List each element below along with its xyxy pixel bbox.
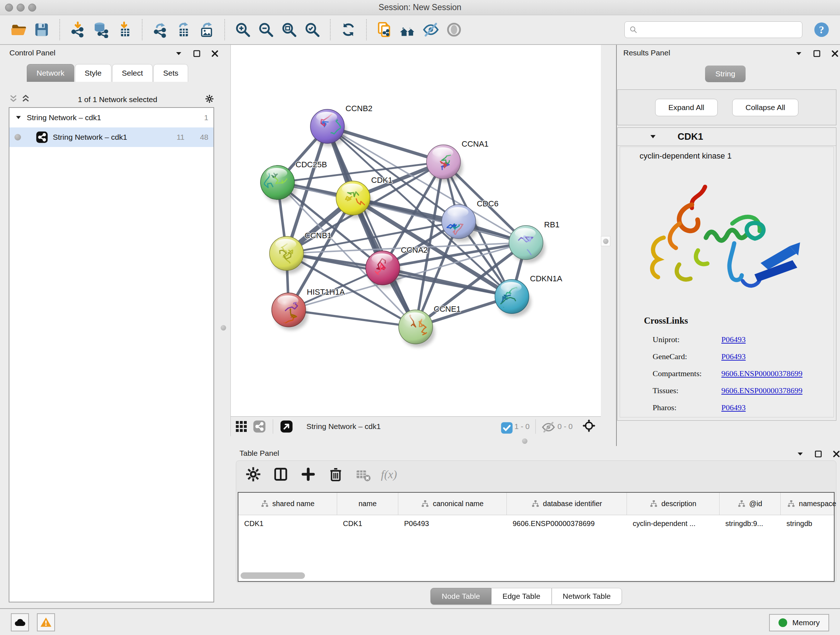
column-header-canonical-name[interactable]: canonical name: [398, 493, 507, 515]
section-title: CDK1: [677, 131, 703, 142]
tab-style[interactable]: Style: [75, 64, 111, 82]
crosslink-link[interactable]: 9606.ENSP00000378699: [722, 386, 802, 395]
fit-selected-crosshair-icon[interactable]: [582, 419, 597, 434]
gear-icon[interactable]: [205, 94, 214, 105]
eye-icon[interactable]: [445, 21, 463, 39]
table-options-icon[interactable]: [245, 466, 262, 483]
column-header--id[interactable]: @id: [720, 493, 781, 515]
network-node-RB1[interactable]: RB1: [509, 220, 560, 263]
control-panel-title: Control Panel: [9, 49, 55, 57]
horizontal-splitter-handle[interactable]: [522, 439, 527, 444]
node-label: HIST1H1A: [307, 287, 345, 296]
import-table-button[interactable]: [115, 21, 133, 39]
help-button[interactable]: ?: [813, 21, 831, 39]
network-collection-row[interactable]: String Network – cdk1 1: [9, 108, 213, 127]
export-image-button[interactable]: [197, 21, 216, 39]
close-panel-icon[interactable]: [831, 49, 839, 59]
export-table-button[interactable]: [174, 21, 193, 39]
column-header-database-identifier[interactable]: database identifier: [507, 493, 627, 515]
network-collection-label: String Network – cdk1: [27, 113, 101, 122]
zoom-out-button[interactable]: [257, 21, 275, 39]
network-node-CDC6[interactable]: CDC6: [442, 199, 499, 242]
collapse-all-button[interactable]: Collapse All: [732, 99, 799, 116]
panel-menu-icon[interactable]: [174, 49, 183, 59]
network-canvas[interactable]: CCNB2 CCNA1 CDC25B CDK1 CDC6 RB1 CCNB1 C…: [231, 45, 601, 416]
open-session-button[interactable]: [9, 21, 27, 39]
warning-button[interactable]: [37, 613, 55, 631]
network-view[interactable]: CCNB2 CCNA1 CDC25B CDK1 CDC6 RB1 CCNB1 C…: [231, 45, 601, 416]
collapse-all-networks-icon[interactable]: [9, 94, 18, 105]
tab-sets[interactable]: Sets: [153, 64, 188, 82]
panel-menu-icon[interactable]: [796, 450, 805, 460]
search-input[interactable]: [641, 25, 798, 35]
zoom-selected-button[interactable]: [303, 21, 321, 39]
selected-checkbox-icon[interactable]: [500, 421, 511, 432]
add-column-icon[interactable]: [300, 466, 317, 483]
selected-count: 1 - 0: [515, 422, 530, 431]
collection-count: 1: [204, 113, 208, 122]
left-splitter-handle[interactable]: [221, 325, 226, 331]
column-header-name[interactable]: name: [337, 493, 398, 515]
column-header-description[interactable]: description: [627, 493, 720, 515]
import-database-button[interactable]: [92, 21, 110, 39]
home-icon[interactable]: [399, 21, 417, 39]
tab-select[interactable]: Select: [112, 64, 153, 82]
delete-column-icon[interactable]: [327, 466, 344, 483]
vertical-splitter-handle[interactable]: [601, 236, 610, 246]
network-node-CDKN1A[interactable]: CDKN1A: [495, 274, 562, 317]
network-node-CCNA1[interactable]: CCNA1: [426, 139, 489, 182]
column-header-shared-name[interactable]: shared name: [238, 493, 337, 515]
network-node-HIST1H1A[interactable]: HIST1H1A: [272, 287, 345, 330]
delete-table-icon[interactable]: [355, 467, 370, 482]
table-header-row: shared namenamecanonical namedatabase id…: [238, 493, 834, 515]
birdseye-grid-icon[interactable]: [234, 420, 248, 433]
float-panel-icon[interactable]: [814, 450, 823, 460]
tab-network-table[interactable]: Network Table: [552, 588, 622, 605]
crosslink-link[interactable]: P06493: [722, 352, 745, 361]
open-in-new-icon[interactable]: [279, 420, 294, 433]
expand-all-networks-icon[interactable]: [21, 94, 30, 105]
close-panel-icon[interactable]: [210, 49, 219, 59]
table-row[interactable]: CDK1CDK1P064939606.ENSP00000378699cyclin…: [238, 515, 834, 532]
tree-expander-icon[interactable]: [14, 114, 22, 122]
section-expander-icon[interactable]: [649, 133, 657, 141]
network-node-CCNB2[interactable]: CCNB2: [310, 104, 373, 147]
zoom-in-button[interactable]: [234, 21, 252, 39]
eye-slash-icon[interactable]: [422, 21, 440, 39]
node-label: CDK1: [371, 176, 393, 185]
import-network-button[interactable]: [69, 21, 87, 39]
float-panel-icon[interactable]: [813, 49, 821, 59]
panel-menu-icon[interactable]: [794, 49, 803, 59]
tab-node-table[interactable]: Node Table: [431, 588, 491, 605]
apply-layout-button[interactable]: [339, 21, 357, 39]
save-session-button[interactable]: [33, 21, 51, 39]
cdk1-section-header[interactable]: CDK1: [617, 128, 836, 146]
network-edge[interactable]: [289, 310, 416, 327]
svg-text:?: ?: [819, 24, 824, 35]
zoom-fit-button[interactable]: [280, 21, 298, 39]
horizontal-scrollbar[interactable]: [240, 572, 832, 579]
scrollbar-thumb[interactable]: [240, 572, 305, 579]
network-share-icon[interactable]: [253, 420, 266, 433]
crosslink-link[interactable]: P06493: [722, 403, 745, 412]
cloud-button[interactable]: [11, 613, 29, 631]
float-panel-icon[interactable]: [193, 49, 201, 59]
string-tab[interactable]: String: [705, 65, 745, 82]
crosslink-link[interactable]: 9606.ENSP00000378699: [722, 369, 802, 378]
crosslink-row: GeneCard:P06493: [653, 348, 802, 365]
results-panel-controls: [794, 49, 839, 59]
tab-edge-table[interactable]: Edge Table: [491, 588, 552, 605]
function-builder-icon[interactable]: f(x): [381, 468, 397, 481]
export-network-button[interactable]: [151, 21, 169, 39]
show-columns-icon[interactable]: [272, 466, 289, 483]
duplicate-network-button[interactable]: [376, 21, 393, 39]
toolbar-separator: [224, 19, 225, 40]
hidden-eye-icon[interactable]: [542, 420, 554, 432]
memory-button[interactable]: Memory: [769, 614, 829, 631]
close-panel-icon[interactable]: [832, 450, 840, 460]
expand-all-button[interactable]: Expand All: [655, 99, 718, 116]
crosslink-link[interactable]: P06493: [722, 335, 745, 344]
network-row-selected[interactable]: String Network – cdk1 11 48: [9, 127, 213, 147]
tab-network[interactable]: Network: [27, 64, 74, 82]
column-header-namespace[interactable]: namespace: [781, 493, 840, 515]
